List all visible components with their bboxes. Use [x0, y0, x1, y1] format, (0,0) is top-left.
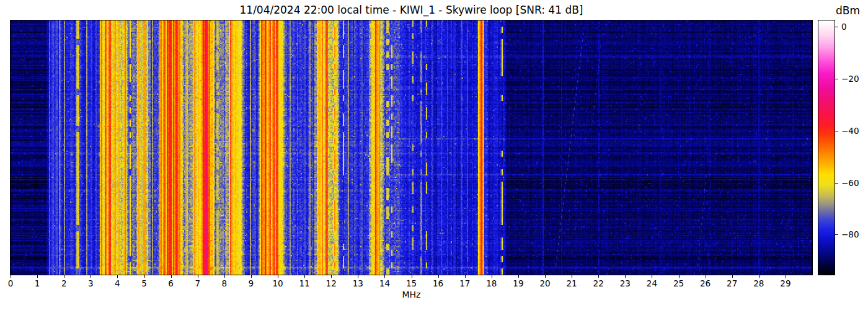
colorbar-tick-label: −80	[841, 230, 859, 239]
x-tick-mark	[358, 275, 358, 278]
x-tick-mark	[117, 275, 118, 278]
colorbar-tick-mark	[835, 234, 838, 235]
x-tick-label: 13	[348, 278, 367, 288]
x-tick-label: 23	[616, 278, 634, 288]
x-tick-mark	[37, 275, 38, 278]
x-tick-label: 5	[135, 278, 154, 288]
x-tick-label: 19	[509, 278, 528, 288]
x-tick-mark	[171, 275, 172, 278]
x-tick-label: 26	[696, 278, 715, 288]
x-tick-mark	[759, 275, 760, 278]
waterfall-heatmap	[10, 20, 813, 275]
colorbar-tick-mark	[835, 131, 838, 131]
x-tick-mark	[492, 275, 492, 278]
x-tick-label: 29	[776, 278, 795, 288]
x-tick-mark	[198, 275, 198, 278]
colorbar-tick-label: 0	[841, 22, 847, 31]
x-tick-mark	[465, 275, 466, 278]
x-tick-label: 21	[562, 278, 581, 288]
x-tick-mark	[679, 275, 680, 278]
x-tick-mark	[384, 275, 385, 278]
x-tick-mark	[278, 275, 278, 278]
x-tick-label: 28	[750, 278, 768, 288]
x-tick-label: 20	[536, 278, 554, 288]
x-tick-label: 3	[81, 278, 100, 288]
x-tick-mark	[224, 275, 225, 278]
spectrogram-figure: 11/04/2024 22:00 local time - KIWI_1 - S…	[0, 0, 868, 310]
x-tick-label: 22	[589, 278, 608, 288]
x-axis-label: MHz	[11, 290, 812, 299]
x-tick-mark	[91, 275, 91, 278]
x-tick-label: 24	[642, 278, 661, 288]
x-tick-mark	[598, 275, 599, 278]
x-tick-label: 15	[402, 278, 421, 288]
x-tick-mark	[11, 275, 11, 278]
x-tick-label: 0	[1, 278, 20, 288]
x-tick-label: 12	[322, 278, 340, 288]
x-tick-label: 2	[55, 278, 73, 288]
colorbar-gradient	[818, 20, 835, 275]
x-tick-label: 8	[215, 278, 234, 288]
x-tick-mark	[438, 275, 439, 278]
chart-title: 11/04/2024 22:00 local time - KIWI_1 - S…	[11, 4, 812, 16]
x-tick-mark	[545, 275, 546, 278]
x-tick-label: 25	[670, 278, 688, 288]
x-tick-mark	[331, 275, 332, 278]
x-tick-label: 7	[188, 278, 207, 288]
x-tick-mark	[64, 275, 64, 278]
colorbar-unit-label: dBm	[836, 4, 860, 17]
x-tick-label: 16	[429, 278, 448, 288]
x-tick-mark	[706, 275, 706, 278]
colorbar-tick-label: −20	[841, 74, 859, 83]
x-tick-mark	[572, 275, 572, 278]
x-tick-mark	[732, 275, 733, 278]
x-tick-mark	[304, 275, 305, 278]
x-tick-label: 18	[482, 278, 501, 288]
x-tick-mark	[144, 275, 145, 278]
x-tick-label: 27	[723, 278, 742, 288]
x-tick-mark	[518, 275, 519, 278]
x-tick-mark	[625, 275, 626, 278]
x-tick-mark	[251, 275, 252, 278]
x-tick-label: 4	[108, 278, 126, 288]
colorbar-tick-label: −60	[841, 179, 859, 187]
colorbar-tick-label: −40	[841, 126, 859, 135]
x-tick-label: 6	[162, 278, 180, 288]
x-tick-label: 1	[28, 278, 46, 288]
x-tick-label: 11	[295, 278, 314, 288]
x-tick-label: 10	[268, 278, 287, 288]
x-tick-label: 17	[456, 278, 474, 288]
x-tick-mark	[786, 275, 786, 278]
colorbar-tick-mark	[835, 27, 838, 27]
colorbar-tick-mark	[835, 79, 838, 79]
x-tick-mark	[412, 275, 412, 278]
x-tick-label: 9	[242, 278, 260, 288]
colorbar-tick-mark	[835, 183, 838, 184]
x-tick-mark	[652, 275, 652, 278]
x-tick-label: 14	[375, 278, 394, 288]
